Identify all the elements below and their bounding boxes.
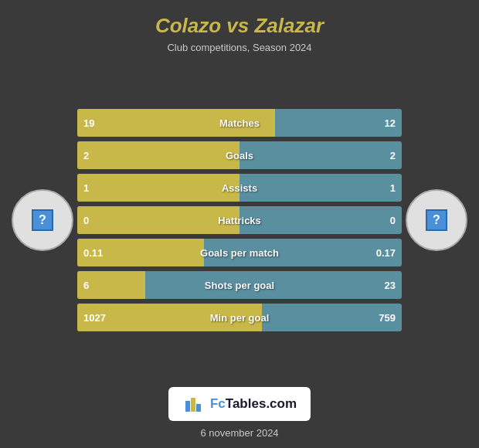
stat-label: Shots per goal — [205, 280, 274, 291]
stat-fill-left — [77, 174, 240, 202]
player-right-icon: ? — [402, 189, 471, 251]
stat-val-right: 2 — [390, 150, 396, 161]
stat-row: 1Assists1 — [77, 174, 402, 202]
stat-row: 0Hattricks0 — [77, 206, 402, 234]
svg-rect-3 — [196, 404, 201, 412]
stat-label: Min per goal — [210, 312, 270, 324]
stat-val-right: 0.17 — [376, 247, 396, 259]
fctables-icon — [182, 393, 204, 415]
stat-row: 19Matches12 — [77, 109, 402, 137]
player-right-placeholder: ? — [426, 209, 447, 231]
svg-rect-2 — [191, 398, 195, 412]
stats-container: 19Matches122Goals21Assists10Hattricks00.… — [77, 109, 402, 331]
stat-label: Assists — [222, 182, 257, 194]
footer-logo: FcTables.com — [168, 387, 311, 421]
stat-val-left: 6 — [83, 280, 89, 291]
footer-date: 6 november 2024 — [200, 427, 278, 439]
stat-fill-left — [77, 206, 240, 234]
page-subtitle: Club competitions, Season 2024 — [167, 42, 311, 53]
stat-val-right: 12 — [385, 117, 396, 129]
player-left-icon: ? — [8, 189, 77, 251]
stat-row: 6Shots per goal23 — [77, 271, 402, 299]
stat-label: Hattricks — [218, 215, 261, 226]
stat-label: Goals per match — [200, 247, 279, 259]
stat-val-left: 1 — [83, 182, 89, 194]
stat-val-left: 1027 — [83, 312, 106, 324]
logo-text: FcTables.com — [210, 396, 297, 412]
stat-label: Goals — [226, 150, 253, 161]
stat-row: 0.11Goals per match0.17 — [77, 239, 402, 266]
stat-row: 1027Min per goal759 — [77, 304, 402, 331]
stat-val-right: 1 — [390, 182, 396, 194]
stat-val-left: 0.11 — [83, 247, 103, 259]
stat-val-right: 23 — [385, 280, 396, 291]
stat-label: Matches — [219, 117, 260, 129]
stat-val-left: 19 — [83, 117, 94, 129]
svg-rect-1 — [185, 401, 190, 412]
player-left-placeholder: ? — [32, 209, 53, 231]
stat-fill-left — [77, 141, 240, 169]
stat-val-right: 759 — [379, 312, 396, 324]
stat-val-right: 0 — [390, 215, 396, 226]
stat-val-left: 0 — [83, 215, 89, 226]
stat-val-left: 2 — [83, 150, 89, 161]
page-title: Colazo vs Zalazar — [155, 14, 324, 38]
stat-row: 2Goals2 — [77, 141, 402, 169]
